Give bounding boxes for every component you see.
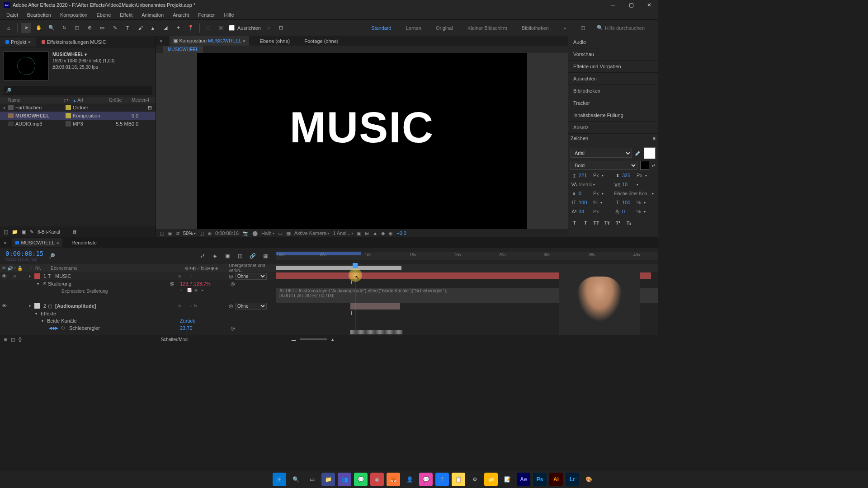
project-item-audio[interactable]: AUDIO.mp3 MP35,5 MB0:0 xyxy=(0,120,156,128)
menu-hilfe[interactable]: Hilfe xyxy=(221,11,238,19)
workspace-kleiner[interactable]: Kleiner Bildschirm xyxy=(465,23,510,33)
menu-ebene[interactable]: Ebene xyxy=(93,11,114,19)
eraser-tool-icon[interactable]: ◢ xyxy=(160,23,170,33)
tl-foot-icon1[interactable]: ⊕ xyxy=(4,337,7,342)
solo-col-icon[interactable]: ○ xyxy=(14,266,16,271)
text-tool-icon[interactable]: T xyxy=(123,23,132,33)
adjust-icon[interactable]: ✎ xyxy=(30,229,34,235)
zoom-out-icon[interactable]: ▬ xyxy=(292,337,296,342)
prop-schieberegler[interactable]: ◀◆▶ ⏱ Schieberegler 23,70 ◎ xyxy=(0,324,276,332)
expr-graph-icon[interactable]: 📈 xyxy=(187,288,193,294)
new-folder-icon[interactable]: 📁 xyxy=(12,229,18,235)
minimize-button[interactable]: ─ xyxy=(604,0,622,10)
zeichen-menu-icon[interactable]: ≡ xyxy=(653,136,656,141)
label-chip[interactable] xyxy=(66,113,71,118)
expr-pickwhip-icon[interactable]: ◎ xyxy=(194,288,200,294)
eye-icon[interactable]: 👁 xyxy=(2,273,7,279)
viewer-opt2-icon[interactable]: ◉ xyxy=(168,230,172,236)
tracking-input[interactable]: V̲A̲10▾ xyxy=(614,181,656,188)
time-ruler[interactable]: 100s 05s 10s 15s 20s 25s 30s 35s 40s xyxy=(276,252,658,260)
tl-foot-icon2[interactable]: ◫ xyxy=(11,337,15,342)
menu-bearbeiten[interactable]: Bearbeiten xyxy=(24,11,55,19)
allcaps-button[interactable]: TT xyxy=(592,219,600,227)
workspace-lernen[interactable]: Lernen xyxy=(403,23,424,33)
menu-ansicht[interactable]: Ansicht xyxy=(169,11,193,19)
vscale-input[interactable]: IT100%▾ xyxy=(571,199,612,206)
align-checkbox[interactable] xyxy=(229,25,235,31)
tab-ebene[interactable]: Ebene (ohne) xyxy=(256,37,294,46)
tl-foot-icon3[interactable]: {} xyxy=(19,337,22,342)
panel-bibliotheken[interactable]: Bibliotheken xyxy=(568,85,658,97)
parent-select[interactable]: Ohne xyxy=(235,273,267,280)
viewer-opt3-icon[interactable]: ⧉ xyxy=(176,230,179,236)
reset-link[interactable]: Zurück xyxy=(176,318,231,324)
col-size[interactable]: Größe xyxy=(109,98,132,103)
work-area-bar[interactable] xyxy=(276,252,361,255)
project-search-input[interactable] xyxy=(4,86,152,95)
italic-button[interactable]: T xyxy=(581,219,590,227)
stopwatch-icon[interactable]: ⏱ xyxy=(61,326,66,330)
layer-row-audioamplitude[interactable]: 👁 ▾ 2 ▢ [Audioamplitude] ⊕⟋fx ◎ Ohne xyxy=(0,302,276,310)
twirl-icon[interactable]: ▾ xyxy=(29,274,34,278)
leading-input[interactable]: ⬍325Px▾ xyxy=(614,172,656,179)
pen-tool-icon[interactable]: ✎ xyxy=(110,23,120,33)
hand-tool-icon[interactable]: ✋ xyxy=(34,23,44,33)
tab-effekteinstellungen[interactable]: Effekteinstellungen MUSIC xyxy=(36,38,112,47)
viewer-opt1-icon[interactable]: ◫ xyxy=(160,230,164,236)
bold-button[interactable]: T xyxy=(571,219,579,227)
label-chip[interactable] xyxy=(66,105,71,110)
font-family-select[interactable]: Arial xyxy=(571,149,632,158)
vf-icon5[interactable]: ◉ xyxy=(388,230,393,236)
zoom-dropdown[interactable]: 50% ▾ xyxy=(183,230,196,236)
col-label-icon[interactable]: 🏷 xyxy=(64,98,73,103)
parent-pickwhip-icon[interactable]: ◎ xyxy=(229,273,233,279)
layer-row-music[interactable]: 👁○ ▾ 1 T MUSIC ⊕⟋ ◎ Ohne xyxy=(0,272,276,280)
panel-tracker[interactable]: Tracker xyxy=(568,97,658,109)
current-timecode[interactable]: 0:00:08:15 xyxy=(5,250,43,257)
eye-col-icon[interactable]: 👁 xyxy=(2,266,6,271)
tab-footage[interactable]: Footage (ohne) xyxy=(301,37,342,46)
viewer-lock-icon[interactable]: × xyxy=(160,38,162,44)
twirl-icon[interactable]: ▾ xyxy=(29,304,34,308)
puppet-tool-icon[interactable]: 📍 xyxy=(186,23,196,33)
tl-shy-icon[interactable]: ⇄ xyxy=(197,251,207,261)
workspace-standard[interactable]: Standard xyxy=(368,23,394,33)
interpret-icon[interactable]: ◫ xyxy=(4,229,8,235)
vf-icon3[interactable]: ▲ xyxy=(373,230,377,236)
timeline-tab-comp[interactable]: MUSICWHEEL ≡ xyxy=(12,238,62,247)
smallcaps-button[interactable]: Tᴛ xyxy=(603,219,611,227)
snap2-icon[interactable]: ▣ xyxy=(216,23,226,33)
tl-close-icon[interactable]: × xyxy=(4,240,6,245)
home-icon[interactable]: ⌂ xyxy=(4,23,14,33)
tsume-input[interactable]: あ0%▾ xyxy=(614,208,656,215)
font-weight-select[interactable]: Bold xyxy=(571,161,637,170)
zoom-tool-icon[interactable]: 🔍 xyxy=(47,23,57,33)
schalter-modi-button[interactable]: Schalter/Modi xyxy=(161,337,189,342)
font-size-input[interactable]: T̲221Px▾ xyxy=(571,172,612,179)
expression-code[interactable]: AUDIO = thisComp.layer("Audioamplitude")… xyxy=(279,288,447,298)
maximize-button[interactable]: ▢ xyxy=(622,0,640,10)
keyframe-bar[interactable] xyxy=(350,330,402,334)
prop-pickwhip-icon[interactable]: ◎ xyxy=(231,325,235,331)
prop-beide-kanale[interactable]: ▾Beide Kanäle Zurück xyxy=(0,317,276,324)
quality-dropdown[interactable]: Halb ▾ xyxy=(261,230,274,236)
kerning-input[interactable]: VAMetrik▾ xyxy=(571,181,612,188)
transparency-icon[interactable]: ▦ xyxy=(286,230,291,236)
brush-tool-icon[interactable]: 🖌 xyxy=(135,23,145,33)
eye-icon[interactable]: 👁 xyxy=(2,303,7,309)
tl-draft-icon[interactable]: 🔗 xyxy=(248,251,258,261)
menu-animation[interactable]: Animation xyxy=(138,11,167,19)
fill-color-swatch[interactable] xyxy=(644,147,656,159)
superscript-button[interactable]: T¹ xyxy=(614,219,622,227)
zoom-in-icon[interactable]: ▲ xyxy=(330,337,335,342)
tab-projekt[interactable]: Projekt ≡ xyxy=(0,38,36,47)
tl-graph-icon[interactable]: ◫ xyxy=(235,251,245,261)
camera-tool-icon[interactable]: ◫ xyxy=(72,23,82,33)
stroke-width-input[interactable]: ≡0Px▾ xyxy=(571,190,612,197)
snap-icon[interactable]: ⬡ xyxy=(203,23,213,33)
shape-tool-icon[interactable]: ▭ xyxy=(97,23,107,33)
project-item-comp[interactable]: MUSICWHEEL Komposition0:0 xyxy=(0,112,156,120)
roi-icon[interactable]: ▭ xyxy=(278,230,283,236)
snap-opt2-icon[interactable]: ⊡ xyxy=(276,23,286,33)
expr-menu-icon[interactable]: ▸ xyxy=(202,288,207,294)
